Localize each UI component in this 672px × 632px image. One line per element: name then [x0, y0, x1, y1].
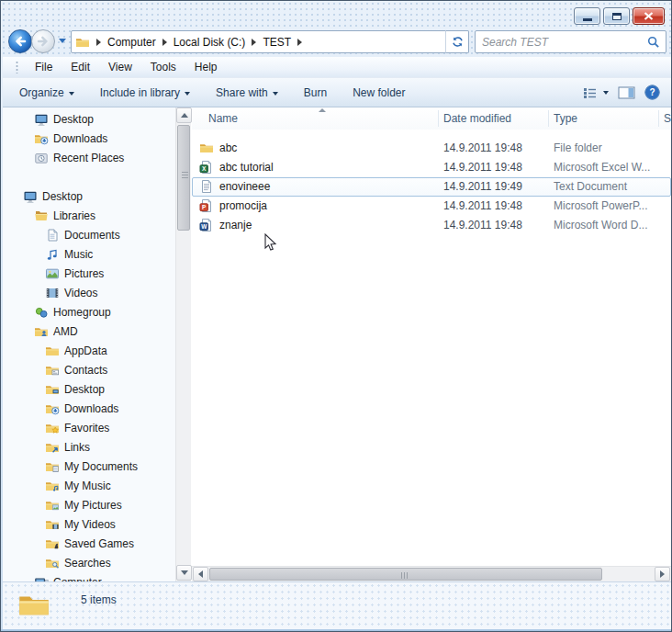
file-date: 14.9.2011 19:48 — [443, 219, 522, 231]
sidebar-item-label: Pictures — [64, 266, 104, 280]
sidebar-item-desktop[interactable]: Desktop — [3, 109, 175, 129]
menu-tools[interactable]: Tools — [141, 58, 185, 76]
scroll-left-button[interactable] — [193, 567, 208, 581]
downloads-icon — [34, 131, 49, 146]
sidebar-item-label: Desktop — [53, 112, 94, 126]
back-button[interactable] — [8, 29, 32, 53]
toolbar-organize-button[interactable]: Organize — [10, 82, 84, 104]
sidebar-item-label: AppData — [64, 344, 107, 357]
sidebar-item-downloads[interactable]: Downloads — [3, 399, 175, 418]
file-row-znanje[interactable]: Wznanje14.9.2011 19:48Microsoft Word D..… — [192, 216, 671, 235]
breadcrumb-separator-icon[interactable] — [297, 39, 302, 46]
sidebar-item-appdata[interactable]: AppData — [3, 341, 175, 360]
horizontal-scroll-thumb[interactable] — [209, 568, 602, 581]
scroll-right-button[interactable] — [655, 567, 670, 581]
sidebar-item-amd[interactable]: AMD — [3, 322, 175, 341]
sidebar-item-my-pictures[interactable]: My Pictures — [3, 495, 175, 514]
forward-button[interactable] — [31, 29, 55, 53]
column-divider[interactable] — [548, 110, 549, 127]
toolbar-button-label: New folder — [353, 86, 405, 99]
svg-text:X: X — [202, 165, 207, 172]
sidebar-item-searches[interactable]: Searches — [3, 553, 175, 572]
sidebar-item-desktop[interactable]: Desktop — [3, 186, 175, 206]
sidebar-item-recent-places[interactable]: Recent Places — [3, 148, 175, 167]
menu-file[interactable]: File — [26, 58, 62, 76]
file-name: enovineee — [219, 180, 270, 193]
views-icon — [582, 85, 599, 100]
status-folder-icon — [17, 588, 50, 624]
scroll-down-button[interactable] — [176, 565, 192, 581]
file-row-enovineee[interactable]: enovineee14.9.2011 19:49Text Document — [192, 177, 671, 197]
sidebar-item-libraries[interactable]: Libraries — [3, 206, 175, 225]
file-row-abc-tutorial[interactable]: Xabc tutorial14.9.2011 19:48Microsoft Ex… — [192, 158, 671, 177]
file-row-abc[interactable]: abc14.9.2011 19:48File folder — [192, 139, 671, 158]
my-videos-icon — [45, 517, 60, 532]
breadcrumb-item[interactable]: TEST — [263, 36, 291, 49]
sidebar-item-saved-games[interactable]: Saved Games — [3, 534, 175, 553]
file-row-promocija[interactable]: Ppromocija14.9.2011 19:48Microsoft Power… — [192, 197, 671, 216]
sidebar-item-downloads[interactable]: Downloads — [3, 129, 175, 148]
main-area: DesktopDownloadsRecent PlacesDesktopLibr… — [3, 107, 671, 581]
sidebar-item-pictures[interactable]: Pictures — [3, 264, 175, 283]
breadcrumb: ComputerLocal Disk (C:)TEST — [90, 36, 308, 49]
sidebar-item-documents[interactable]: Documents — [3, 225, 175, 244]
scroll-up-button[interactable] — [176, 107, 192, 123]
sidebar-item-favorites[interactable]: Favorites — [3, 418, 175, 437]
file-name: abc — [219, 141, 237, 154]
file-list: Name Date modified Type S abc14.9.2011 1… — [192, 107, 671, 566]
minimize-button[interactable] — [574, 7, 600, 25]
breadcrumb-item[interactable]: Local Disk (C:) — [174, 36, 246, 49]
desktop-icon — [34, 112, 49, 127]
menu-view[interactable]: View — [99, 58, 141, 76]
help-button[interactable]: ? — [644, 85, 660, 100]
svg-text:W: W — [201, 223, 207, 230]
maximize-icon — [612, 13, 622, 20]
sidebar-item-music[interactable]: Music — [3, 244, 175, 264]
column-header-size[interactable]: S — [664, 112, 671, 125]
column-header-name[interactable]: Name — [208, 112, 238, 125]
sidebar-item-my-documents[interactable]: My Documents — [3, 457, 175, 476]
sidebar-item-links[interactable]: Links — [3, 437, 175, 457]
search-input[interactable] — [476, 36, 647, 49]
toolbar-burn-button[interactable]: Burn — [295, 82, 336, 104]
column-divider[interactable] — [658, 110, 659, 127]
sidebar-item-label: Music — [64, 247, 93, 261]
refresh-button[interactable] — [445, 30, 469, 53]
filelist-horizontal-scrollbar[interactable] — [192, 566, 671, 581]
change-view-button[interactable] — [582, 85, 609, 100]
breadcrumb-separator-icon[interactable] — [162, 39, 167, 46]
maximize-button[interactable] — [603, 7, 630, 25]
sidebar-item-computer[interactable]: Computer — [3, 572, 175, 581]
sidebar-item-homegroup[interactable]: Homegroup — [3, 302, 175, 322]
menu-edit[interactable]: Edit — [62, 58, 99, 76]
toolbar-new-folder-button[interactable]: New folder — [343, 82, 414, 104]
desktop-icon — [23, 189, 38, 204]
menu-help[interactable]: Help — [185, 58, 227, 76]
sidebar-scroll-thumb[interactable] — [177, 125, 190, 231]
sidebar-item-label: Contacts — [64, 363, 107, 377]
sidebar-scrollbar[interactable] — [175, 107, 191, 581]
sidebar-item-label: My Videos — [64, 517, 116, 531]
sidebar-item-label: Saved Games — [64, 536, 134, 550]
toolbar-share-with-button[interactable]: Share with — [207, 82, 287, 104]
recent-pages-dropdown[interactable] — [59, 39, 66, 43]
sidebar-item-my-videos[interactable]: My Videos — [3, 514, 175, 534]
sidebar-item-contacts[interactable]: Contacts — [3, 360, 175, 379]
column-header-date-modified[interactable]: Date modified — [443, 112, 511, 125]
breadcrumb-separator-icon[interactable] — [96, 39, 101, 46]
file-name: promocija — [219, 199, 267, 212]
breadcrumb-item[interactable]: Computer — [107, 36, 156, 49]
column-divider[interactable] — [438, 110, 439, 127]
sidebar-item-desktop[interactable]: Desktop — [3, 379, 175, 399]
breadcrumb-separator-icon[interactable] — [252, 39, 256, 46]
sidebar-item-label: Downloads — [53, 131, 107, 145]
search-icon[interactable] — [647, 36, 660, 49]
address-bar[interactable]: ComputerLocal Disk (C:)TEST — [71, 30, 469, 53]
toolbar-include-in-library-button[interactable]: Include in library — [91, 82, 199, 104]
preview-pane-button[interactable] — [618, 85, 635, 100]
close-button[interactable] — [633, 7, 665, 25]
sidebar-item-my-music[interactable]: My Music — [3, 476, 175, 495]
svg-text:?: ? — [649, 87, 655, 97]
sidebar-item-videos[interactable]: Videos — [3, 283, 175, 302]
column-header-type[interactable]: Type — [554, 112, 577, 125]
